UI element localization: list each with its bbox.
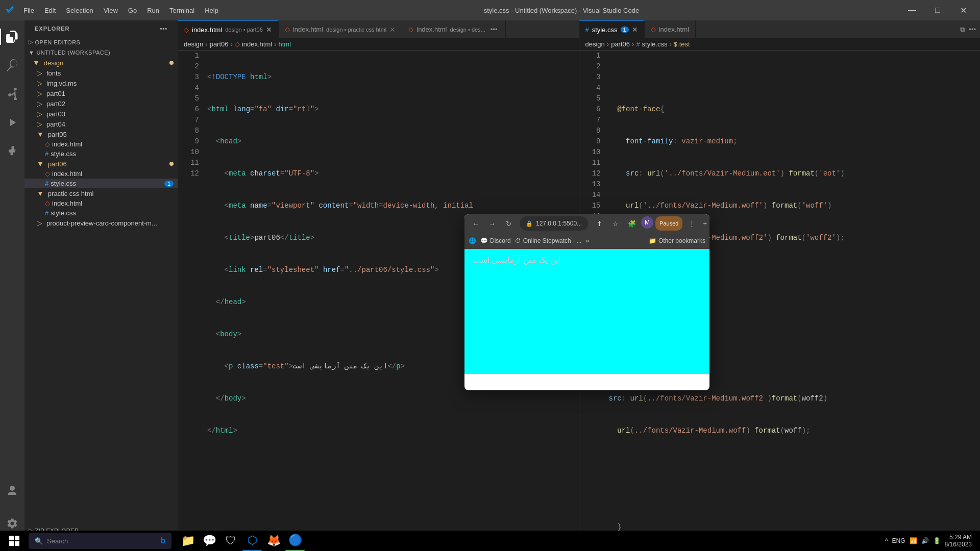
bookmark-other[interactable]: 📁 Other bookmarks bbox=[649, 237, 705, 244]
svg-rect-1 bbox=[15, 536, 19, 540]
tree-part02[interactable]: ▷ part02 bbox=[24, 98, 178, 109]
tree-part06-index[interactable]: ◇ index.html bbox=[24, 169, 178, 179]
folder-open-icon: ▼ bbox=[37, 189, 44, 197]
breadcrumb-part06[interactable]: part06 bbox=[210, 40, 229, 48]
menu-edit[interactable]: Edit bbox=[40, 5, 60, 16]
breadcrumb-design[interactable]: design bbox=[184, 40, 203, 48]
split-editor-icon[interactable]: ⧉ bbox=[960, 26, 965, 34]
more-actions-icon[interactable]: ••• bbox=[969, 26, 976, 33]
taskbar-chrome[interactable]: 🔵 bbox=[285, 531, 305, 551]
close-icon[interactable]: ✕ bbox=[632, 26, 638, 34]
reload-button[interactable]: ↻ bbox=[501, 216, 516, 231]
tree-practic-index[interactable]: ◇ index.html bbox=[24, 198, 178, 208]
vscode-taskbar-icon: ⬡ bbox=[248, 534, 257, 547]
bookmark-discord[interactable]: 💬 Discord bbox=[480, 237, 511, 244]
menu-icon[interactable]: ⋮ bbox=[684, 216, 699, 231]
tree-part06-style[interactable]: # style.css 1 bbox=[24, 179, 178, 188]
tree-part04[interactable]: ▷ part04 bbox=[24, 119, 178, 129]
close-icon[interactable]: ✕ bbox=[389, 26, 396, 34]
breadcrumb-indexhtml[interactable]: index.html bbox=[242, 40, 272, 48]
taskbar-firefox[interactable]: 🦊 bbox=[263, 531, 284, 551]
menu-go[interactable]: Go bbox=[124, 5, 141, 16]
folder-icon: ▷ bbox=[37, 79, 42, 87]
time: 5:29 AM bbox=[945, 534, 972, 541]
tab-index-html-part06[interactable]: ◇ index.html design • part06 ✕ bbox=[178, 20, 279, 38]
close-button[interactable]: ✕ bbox=[951, 0, 975, 20]
breadcrumb-left: design › part06 › ◇ index.html › html bbox=[178, 38, 579, 51]
maximize-button[interactable]: □ bbox=[926, 0, 949, 20]
taskbar-right: ^ ENG 📶 🔊 🔋 5:29 AM 8/16/2023 bbox=[885, 534, 976, 548]
folder-open-icon: ▼ bbox=[37, 130, 44, 138]
tree-img[interactable]: ▷ img.vd.ms bbox=[24, 78, 178, 88]
new-tab-button[interactable]: + bbox=[703, 216, 707, 231]
bookmark-stopwatch[interactable]: ⏱ Online Stopwatch - ... bbox=[515, 237, 582, 244]
menu-help[interactable]: Help bbox=[201, 5, 223, 16]
breadcrumb-design[interactable]: design bbox=[585, 40, 605, 48]
tree-practic-style[interactable]: # style.css bbox=[24, 208, 178, 218]
folder-icon: ▷ bbox=[37, 120, 42, 128]
wifi-icon: 📶 bbox=[910, 537, 917, 544]
profile-icon[interactable]: M bbox=[641, 216, 653, 229]
html-file-icon: ◇ bbox=[285, 26, 290, 33]
window-controls: ― □ ✕ bbox=[900, 0, 975, 20]
workspace-header[interactable]: ▼ UNTITLED (WORKSPACE) bbox=[24, 47, 178, 58]
discord-favicon: 💬 bbox=[480, 237, 488, 244]
extensions-icon[interactable]: 🧩 bbox=[625, 216, 639, 231]
breadcrumb-stylecss[interactable]: style.css bbox=[642, 40, 668, 48]
more-icon[interactable]: ••• bbox=[488, 26, 500, 33]
activity-source-control[interactable] bbox=[0, 82, 24, 106]
tab-index-html-des[interactable]: ◇ index.html design • des... ••• bbox=[402, 20, 506, 38]
tree-part03[interactable]: ▷ part03 bbox=[24, 109, 178, 119]
address-bar[interactable]: 🔒 127.0.0.1:5500... bbox=[520, 216, 588, 231]
menu-run[interactable]: Run bbox=[143, 5, 163, 16]
breadcrumb-selector[interactable]: $.test bbox=[674, 40, 690, 48]
share-icon[interactable]: ⬆ bbox=[592, 216, 606, 231]
taskbar-vscode[interactable]: ⬡ bbox=[242, 531, 262, 551]
breadcrumb-html[interactable]: html bbox=[278, 40, 291, 48]
chevron-right-icon: ▷ bbox=[29, 39, 33, 45]
activity-run[interactable] bbox=[0, 110, 24, 135]
close-icon[interactable]: ✕ bbox=[266, 26, 272, 34]
activity-account[interactable] bbox=[0, 479, 24, 503]
taskbar-file-explorer[interactable]: 📁 bbox=[178, 531, 198, 551]
minimize-button[interactable]: ― bbox=[900, 0, 924, 20]
chevron-up-icon[interactable]: ^ bbox=[885, 537, 888, 544]
tree-part05[interactable]: ▼ part05 bbox=[24, 129, 178, 139]
tree-part06[interactable]: ▼ part06 bbox=[24, 159, 178, 169]
sidebar-title: EXPLORER bbox=[35, 26, 70, 32]
menu-selection[interactable]: Selection bbox=[62, 5, 97, 16]
taskbar-edge[interactable]: 🛡 bbox=[220, 531, 241, 551]
tree-fonts[interactable]: ▷ fonts bbox=[24, 68, 178, 78]
sidebar-more-icon[interactable]: ••• bbox=[160, 26, 167, 32]
activity-search[interactable] bbox=[0, 53, 24, 78]
menu-file[interactable]: File bbox=[19, 5, 38, 16]
menu-view[interactable]: View bbox=[100, 5, 122, 16]
taskbar-chat[interactable]: 💬 bbox=[199, 531, 219, 551]
forward-button[interactable]: → bbox=[485, 216, 499, 231]
favorite-icon[interactable]: ☆ bbox=[608, 216, 623, 231]
svg-rect-2 bbox=[9, 541, 14, 546]
menu-terminal[interactable]: Terminal bbox=[165, 5, 199, 16]
tab-style-css[interactable]: # style.css 1 ✕ bbox=[579, 20, 645, 38]
tree-part05-index[interactable]: ◇ index.html bbox=[24, 139, 178, 149]
activity-explorer[interactable] bbox=[0, 24, 24, 49]
breadcrumb-part06[interactable]: part06 bbox=[611, 40, 630, 48]
tree-part05-style[interactable]: # style.css bbox=[24, 149, 178, 159]
tab-index-html-practic[interactable]: ◇ index.html design • practic css html ✕ bbox=[279, 20, 402, 38]
start-button[interactable] bbox=[4, 531, 24, 551]
tree-part01[interactable]: ▷ part01 bbox=[24, 88, 178, 98]
unsaved-badge: 1 bbox=[621, 27, 629, 33]
browser-logo-icon: 🌐 bbox=[469, 237, 476, 244]
tree-practic[interactable]: ▼ practic css html bbox=[24, 188, 178, 198]
open-editors-header[interactable]: ▷ OPEN EDITORS bbox=[24, 37, 178, 47]
vscode-icon bbox=[5, 5, 15, 15]
taskbar-search-box[interactable]: 🔍 Search b bbox=[29, 533, 172, 549]
back-button[interactable]: ← bbox=[469, 216, 483, 231]
paused-badge[interactable]: Paused bbox=[655, 216, 682, 231]
activity-extensions[interactable] bbox=[0, 139, 24, 163]
tab-index-html-right[interactable]: ◇ index.html bbox=[645, 20, 696, 38]
tree-design[interactable]: ▼ design bbox=[24, 58, 178, 68]
lang-indicator[interactable]: ENG bbox=[892, 537, 905, 544]
tree-product[interactable]: ▷ product-preview-card-component-m... bbox=[24, 218, 178, 228]
clock[interactable]: 5:29 AM 8/16/2023 bbox=[945, 534, 972, 548]
